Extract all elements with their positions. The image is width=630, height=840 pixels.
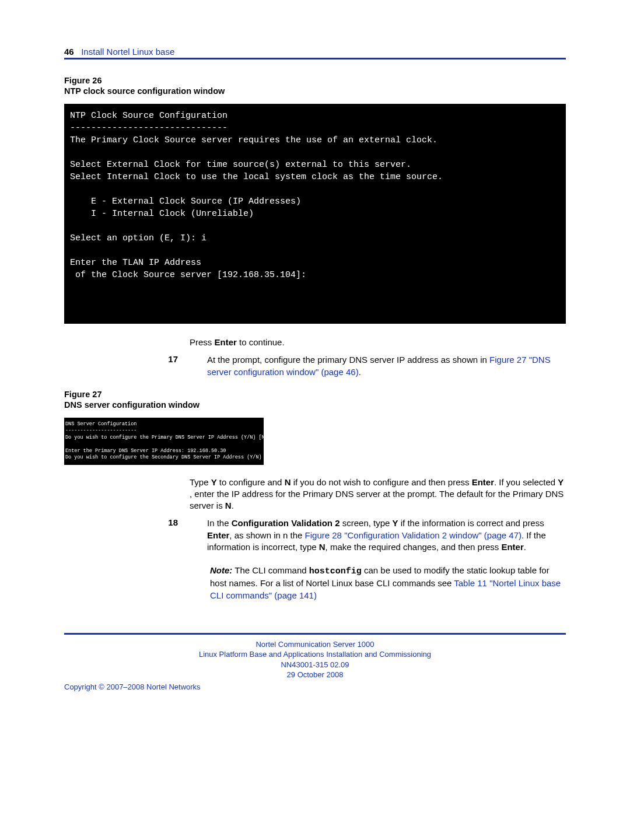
page-number: 46	[64, 47, 74, 57]
page: 46 Install Nortel Linux base Figure 26 N…	[0, 0, 630, 840]
step-17-number: 17	[131, 354, 207, 364]
step-17-text: At the prompt, configure the primary DNS…	[207, 354, 566, 378]
footer-line-3: NN43001-315 02.09	[64, 660, 566, 670]
footer-line-2: Linux Platform Base and Applications Ins…	[64, 649, 566, 660]
footer-rule	[64, 633, 566, 635]
figure-26-label: Figure 26	[64, 76, 566, 85]
running-head: 46 Install Nortel Linux base	[64, 47, 566, 57]
press-enter-line: Press Enter to continue.	[190, 337, 566, 348]
header-rule	[64, 58, 566, 60]
step-18-number: 18	[131, 517, 207, 527]
link-figure-28[interactable]: Figure 28 "Configuration Validation 2 wi…	[305, 530, 522, 540]
note-block: Note: The CLI command hostconfig can be …	[210, 565, 566, 601]
section-title: Install Nortel Linux base	[81, 47, 174, 57]
copyright: Copyright © 2007–2008 Nortel Networks	[64, 682, 566, 691]
figure-27-title: DNS server configuration window	[64, 400, 566, 410]
step-18-text: In the Configuration Validation 2 screen…	[207, 517, 566, 553]
footer-line-4: 29 October 2008	[64, 670, 566, 680]
figure-26-title: NTP clock source configuration window	[64, 86, 566, 96]
figure-26-terminal: NTP Clock Source Configuration ---------…	[64, 104, 566, 324]
figure-27-terminal: DNS Server Configuration ---------------…	[64, 418, 264, 465]
step-18: 18 In the Configuration Validation 2 scr…	[64, 517, 566, 559]
para-type-yn: Type Y to configure and N if you do not …	[190, 477, 566, 512]
step-17: 17 At the prompt, configure the primary …	[64, 354, 566, 384]
figure-27-label: Figure 27	[64, 390, 566, 399]
footer-line-1: Nortel Communication Server 1000	[64, 639, 566, 650]
footer: Nortel Communication Server 1000 Linux P…	[64, 639, 566, 680]
